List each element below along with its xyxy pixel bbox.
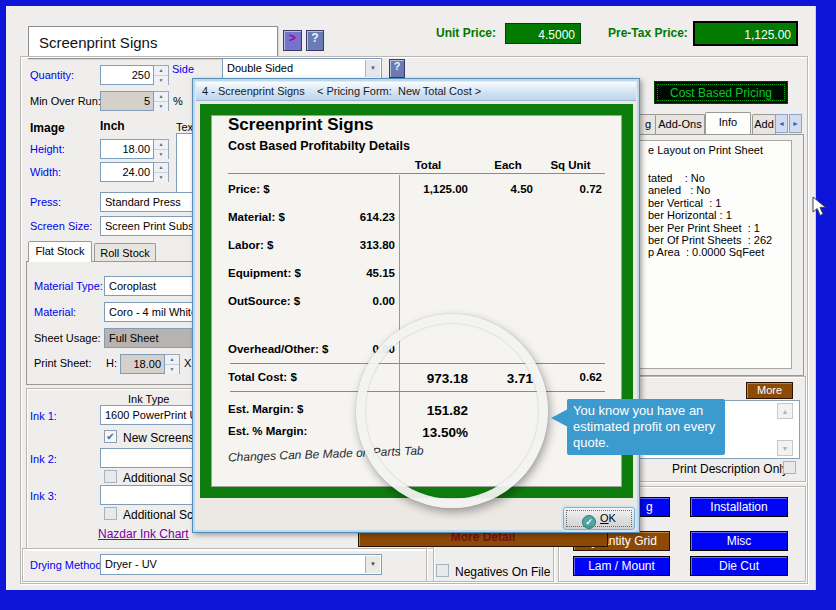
dialog-heading: Screenprint Signs <box>228 115 373 135</box>
tab-add-partial[interactable]: Add <box>752 114 776 134</box>
info-line: ber Vertical : 1 <box>648 197 721 209</box>
quantity-value[interactable]: 250 <box>100 65 154 85</box>
info-line: p Area : 0.0000 SqFeet <box>648 246 764 258</box>
new-screens-label: New Screens <box>123 431 194 445</box>
width-label: Width: <box>30 166 61 178</box>
tab-scroll-left-button[interactable]: ◄ <box>775 114 788 133</box>
sheet-usage-label: Sheet Usage: <box>34 332 101 344</box>
ok-label: OK <box>600 512 616 524</box>
row-sq-unit: 0.62 <box>543 371 602 383</box>
min-over-run-stepper[interactable]: 5 ▲▼ <box>100 91 169 111</box>
material-label: Material: <box>34 306 76 318</box>
width-stepper[interactable]: 24.00 ▲▼ <box>100 162 169 182</box>
info-line: aneled : No <box>648 184 710 196</box>
magnifier-lens <box>356 314 548 508</box>
side-value: Double Sided <box>227 62 293 74</box>
negatives-on-file-label: Negatives On File <box>455 565 550 579</box>
scroll-down-button[interactable]: ▼ <box>777 440 793 456</box>
width-value[interactable]: 24.00 <box>100 162 154 182</box>
partial-addon-button-label: g <box>646 500 653 514</box>
ok-check-icon: ✓ <box>582 515 596 529</box>
additional-screens-checkbox-2[interactable] <box>104 507 117 520</box>
side-select[interactable]: Double Sided ▼ <box>222 58 382 79</box>
print-description-only-checkbox[interactable] <box>783 461 796 474</box>
column-sq-unit: Sq Unit <box>533 159 608 171</box>
arrow-down-icon: ▼ <box>782 445 789 452</box>
side-help-button[interactable]: ? <box>389 59 405 78</box>
next-button[interactable]: > <box>283 30 302 51</box>
height-value[interactable]: 18.00 <box>100 139 154 159</box>
quantity-label: Quantity: <box>30 69 74 81</box>
product-title: Screenprint Signs <box>39 34 157 51</box>
column-each: Each <box>478 159 538 171</box>
quantity-stepper[interactable]: 250 ▲▼ <box>100 65 169 85</box>
chevron-right-icon: > <box>289 31 296 45</box>
spinner-up-icon[interactable]: ▲ <box>154 66 168 76</box>
profit-tooltip: You know you have an estimated profit on… <box>567 399 725 455</box>
nazdar-ink-chart-link[interactable]: Nazdar Ink Chart <box>98 527 189 541</box>
tab-flat-stock[interactable]: Flat Stock <box>28 241 92 262</box>
row-value: 313.80 <box>308 239 395 251</box>
min-over-run-label: Min Over Run: <box>30 95 101 107</box>
help-button[interactable]: ? <box>306 30 324 51</box>
tab-add-partial-label: Add <box>754 118 774 130</box>
spinner-down-icon[interactable]: ▼ <box>165 365 179 374</box>
question-icon: ? <box>311 31 318 45</box>
misc-button[interactable]: Misc <box>690 531 788 551</box>
product-title-box: Screenprint Signs <box>28 26 278 59</box>
additional-screens-checkbox-1[interactable] <box>104 470 117 483</box>
spinner-up-icon[interactable]: ▲ <box>154 92 168 102</box>
row-value: 0.00 <box>308 295 395 307</box>
dropdown-arrow-icon[interactable]: ▼ <box>365 556 380 573</box>
print-description-only-label: Print Description Only <box>672 462 788 476</box>
print-sheet-h-label: H: <box>106 357 117 369</box>
more-button[interactable]: More <box>746 382 793 399</box>
dropdown-arrow-icon[interactable]: ▼ <box>365 60 380 77</box>
spinner-down-icon[interactable]: ▼ <box>154 102 168 111</box>
print-sheet-stepper[interactable]: 18.00 ▲▼ <box>120 354 180 374</box>
outsource-row: OutSource: $ 0.00 <box>228 295 620 311</box>
info-line: ber Per Print Sheet : 1 <box>648 222 760 234</box>
info-line: tated : No <box>648 172 705 184</box>
image-label: Image <box>30 121 65 135</box>
cost-based-pricing-label: Cost Based Pricing <box>670 86 772 100</box>
drying-method-select[interactable]: Dryer - UV ▼ <box>100 554 382 575</box>
spinner-down-icon[interactable]: ▼ <box>154 150 168 159</box>
unit-price-label: Unit Price: <box>436 26 496 40</box>
tab-roll-stock-label: Roll Stock <box>100 247 150 259</box>
tab-add-ons[interactable]: Add-Ons <box>655 114 705 134</box>
installation-button-label: Installation <box>710 500 767 514</box>
lam-mount-button[interactable]: Lam / Mount <box>573 556 670 576</box>
spinner-up-icon[interactable]: ▲ <box>154 163 168 173</box>
ink1-value: 1600 PowerPrint UV <box>105 409 205 421</box>
arrow-up-icon: ▲ <box>782 408 789 415</box>
tab-scroll-right-button[interactable]: ► <box>789 114 802 133</box>
tab-info[interactable]: Info <box>705 112 751 134</box>
height-stepper[interactable]: 18.00 ▲▼ <box>100 139 169 159</box>
negatives-on-file-checkbox[interactable] <box>436 564 449 577</box>
print-sheet-value[interactable]: 18.00 <box>120 354 165 374</box>
cost-based-pricing-button[interactable]: Cost Based Pricing <box>654 81 788 104</box>
tab-roll-stock[interactable]: Roll Stock <box>94 243 156 262</box>
dialog-titlebar[interactable]: 4 - Screenprint Signs < Pricing Form: Ne… <box>196 82 636 101</box>
scroll-up-button[interactable]: ▲ <box>777 403 793 419</box>
pretax-price-label: Pre-Tax Price: <box>608 26 688 40</box>
spinner-up-icon[interactable]: ▲ <box>165 355 179 365</box>
ink3-label: Ink 3: <box>30 490 57 502</box>
arrow-left-icon: ◄ <box>778 120 785 127</box>
unit-price-value: 4.5000 <box>505 23 581 44</box>
ok-button[interactable]: ✓OK <box>563 507 635 530</box>
lam-mount-button-label: Lam / Mount <box>588 559 655 573</box>
drying-method-label: Drying Method: <box>30 559 105 571</box>
spinner-down-icon[interactable]: ▼ <box>154 173 168 182</box>
new-screens-checkbox[interactable]: ✔ <box>104 430 117 443</box>
equipment-row: Equipment: $ 45.15 <box>228 267 620 283</box>
row-label: Price: $ <box>228 183 398 195</box>
min-over-run-value[interactable]: 5 <box>100 91 154 111</box>
price-row: Price: $ 1,125.00 4.50 0.72 <box>228 183 620 199</box>
die-cut-button-label: Die Cut <box>719 559 759 573</box>
spinner-down-icon[interactable]: ▼ <box>154 76 168 85</box>
installation-button[interactable]: Installation <box>690 497 788 517</box>
die-cut-button[interactable]: Die Cut <box>690 556 788 576</box>
spinner-up-icon[interactable]: ▲ <box>154 140 168 150</box>
